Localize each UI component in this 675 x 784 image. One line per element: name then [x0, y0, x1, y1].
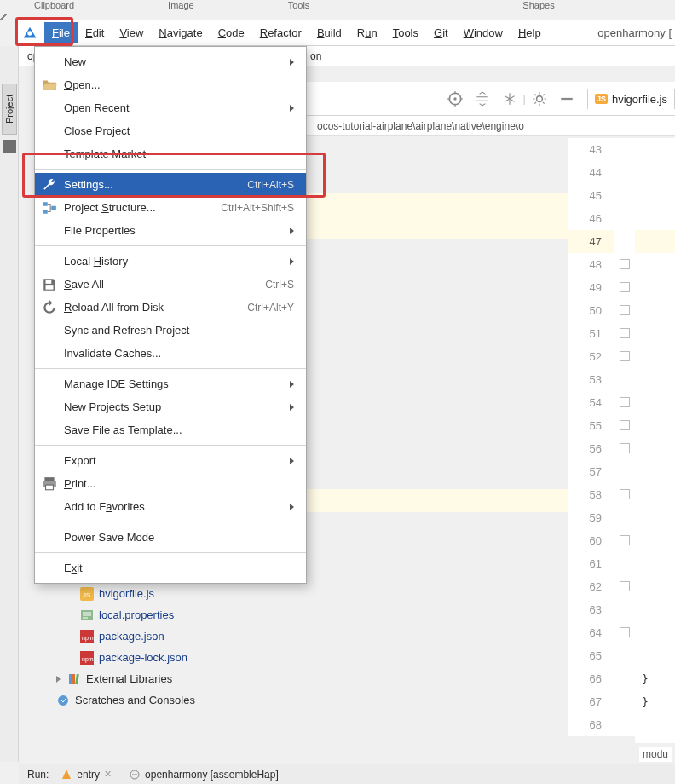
code-line[interactable]	[635, 276, 675, 299]
fold-toggle-icon[interactable]	[620, 351, 630, 361]
fold-toggle-icon[interactable]	[620, 420, 630, 430]
fold-toggle-icon[interactable]	[620, 259, 630, 269]
line-number[interactable]: 56	[568, 437, 614, 460]
fold-toggle-icon[interactable]	[620, 397, 630, 407]
menu-item-print[interactable]: Print...	[35, 472, 306, 495]
code-line[interactable]	[635, 460, 675, 483]
code-line[interactable]	[635, 598, 675, 621]
code-line[interactable]	[635, 529, 675, 552]
menubar-run[interactable]: Run	[349, 22, 385, 43]
menu-item-new-projects-setup[interactable]: New Projects Setup	[35, 395, 306, 418]
line-number[interactable]: 52	[568, 345, 614, 368]
line-number[interactable]: 53	[568, 368, 614, 391]
fold-column[interactable]	[614, 138, 635, 736]
line-number[interactable]: 63	[568, 598, 614, 621]
line-number[interactable]: 60	[568, 529, 614, 552]
code-line[interactable]: }	[635, 690, 675, 713]
resize-grip[interactable]	[0, 14, 7, 20]
hide-icon[interactable]	[559, 91, 574, 107]
line-number[interactable]: 49	[568, 276, 614, 299]
menu-item-file-properties[interactable]: File Properties	[35, 219, 306, 242]
code-line[interactable]	[635, 345, 675, 368]
menu-item-exit[interactable]: Exit	[35, 556, 306, 579]
menu-item-new[interactable]: New	[35, 50, 306, 73]
line-number[interactable]: 46	[568, 207, 614, 230]
menu-item-power-save-mode[interactable]: Power Save Mode	[35, 526, 306, 549]
line-number[interactable]: 62	[568, 575, 614, 598]
line-number[interactable]: 58	[568, 483, 614, 506]
line-number[interactable]: 54	[568, 391, 614, 414]
code-line[interactable]	[635, 253, 675, 276]
run-tab-entry[interactable]: entry ✕	[55, 767, 117, 782]
menu-item-manage-ide-settings[interactable]: Manage IDE Settings	[35, 372, 306, 395]
line-number[interactable]: 66	[568, 667, 614, 690]
line-number[interactable]: 47	[568, 230, 614, 253]
code-line[interactable]	[635, 391, 675, 414]
line-number[interactable]: 67	[568, 690, 614, 713]
code-line[interactable]	[635, 414, 675, 437]
tree-item-scratches-and-consoles[interactable]: Scratches and Consoles	[51, 689, 307, 711]
code-line[interactable]	[635, 552, 675, 575]
line-number[interactable]: 50	[568, 299, 614, 322]
fold-toggle-icon[interactable]	[620, 282, 630, 292]
project-toolwindow-tab[interactable]: Project	[2, 84, 17, 135]
menu-item-reload-all-from-disk[interactable]: Reload All from DiskCtrl+Alt+Y	[35, 296, 306, 319]
fold-toggle-icon[interactable]	[620, 581, 630, 591]
menubar-build[interactable]: Build	[309, 22, 349, 43]
menubar-refactor[interactable]: Refactor	[252, 22, 309, 43]
menu-item-settings[interactable]: Settings...Ctrl+Alt+S	[35, 173, 306, 196]
menubar-tools[interactable]: Tools	[385, 22, 426, 43]
target-icon[interactable]	[447, 91, 463, 107]
editor-tab-hvigorfile[interactable]: JS hvigorfile.js	[587, 89, 675, 109]
code-line[interactable]	[635, 506, 675, 529]
tree-item-package-lock-json[interactable]: npmpackage-lock.json	[51, 647, 307, 668]
line-number[interactable]: 55	[568, 414, 614, 437]
tree-item-hvigorfile-js[interactable]: JShvigorfile.js	[51, 583, 307, 604]
menubar-window[interactable]: Window	[456, 22, 511, 43]
fold-toggle-icon[interactable]	[620, 535, 630, 545]
line-number[interactable]: 65	[568, 644, 614, 667]
chevron-right-icon[interactable]	[56, 676, 61, 683]
menu-item-invalidate-caches[interactable]: Invalidate Caches...	[35, 342, 306, 365]
editor-gutter[interactable]: 4344454647484950515253545556575859606162…	[568, 138, 614, 736]
line-number[interactable]: 64	[568, 621, 614, 644]
line-number[interactable]: 44	[568, 161, 614, 184]
collapse-all-icon[interactable]	[502, 91, 517, 107]
fold-toggle-icon[interactable]	[620, 443, 630, 453]
tree-item-external-libraries[interactable]: External Libraries	[51, 668, 307, 689]
tree-item-package-json[interactable]: npmpackage.json	[51, 625, 307, 647]
code-line[interactable]	[635, 161, 675, 184]
menubar-edit[interactable]: Edit	[78, 22, 112, 43]
menubar-view[interactable]: View	[112, 22, 151, 43]
menu-item-add-to-favorites[interactable]: Add to Favorites	[35, 495, 306, 518]
menu-item-export[interactable]: Export	[35, 449, 306, 472]
code-line[interactable]	[635, 322, 675, 345]
fold-toggle-icon[interactable]	[620, 328, 630, 338]
code-area[interactable]: }}	[635, 138, 675, 743]
gear-icon[interactable]	[532, 91, 547, 107]
menubar-navigate[interactable]: Navigate	[151, 22, 210, 43]
menu-item-template-market[interactable]: Template Market	[35, 142, 306, 165]
line-number[interactable]: 57	[568, 460, 614, 483]
menubar-help[interactable]: Help	[511, 22, 549, 43]
folder-rail-icon[interactable]	[3, 140, 16, 153]
line-number[interactable]: 59	[568, 506, 614, 529]
fold-toggle-icon[interactable]	[620, 627, 630, 637]
line-number[interactable]: 45	[568, 184, 614, 207]
menubar-code[interactable]: Code	[211, 22, 252, 43]
code-line[interactable]	[635, 184, 675, 207]
menu-item-sync-and-refresh-project[interactable]: Sync and Refresh Project	[35, 319, 306, 342]
close-icon[interactable]: ✕	[104, 769, 112, 780]
menu-item-save-file-as-template[interactable]: Save File as Template...	[35, 418, 306, 441]
line-number[interactable]: 61	[568, 552, 614, 575]
expand-all-icon[interactable]	[475, 91, 490, 107]
code-line[interactable]: }	[635, 667, 675, 690]
code-line[interactable]	[635, 644, 675, 667]
menu-item-open-recent[interactable]: Open Recent	[35, 96, 306, 119]
run-tab-assemblehap[interactable]: openharmony [assembleHap]	[124, 767, 284, 782]
code-line[interactable]	[635, 713, 675, 736]
code-line[interactable]	[635, 621, 675, 644]
code-line[interactable]	[635, 299, 675, 322]
code-line[interactable]	[635, 437, 675, 460]
line-number[interactable]: 48	[568, 253, 614, 276]
